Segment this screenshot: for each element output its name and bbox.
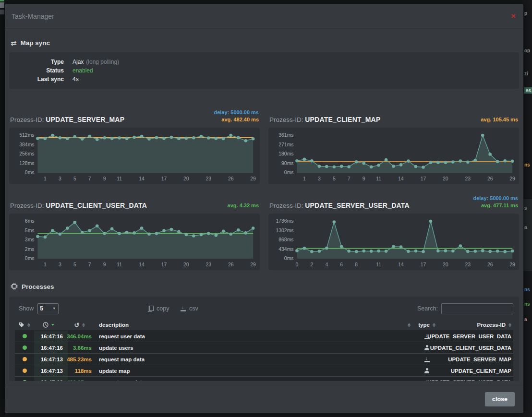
chart-x-tick-label: 20 [443, 262, 448, 267]
close-button[interactable]: close [485, 392, 515, 406]
duration-cell: 489.07ms [68, 377, 95, 381]
chart-area [37, 222, 253, 259]
description-text: request map data [99, 357, 145, 362]
chart-x-tick-label: 23 [206, 176, 212, 181]
chart-data-point [222, 229, 225, 233]
chart-area [297, 135, 512, 173]
chart-y-tick-label: 128ms [19, 161, 34, 166]
chart-x-tick-label: 7 [88, 176, 91, 181]
sort-icon[interactable] [82, 323, 85, 327]
column-header-process-id[interactable]: Prozess-ID [441, 320, 513, 330]
chart-y-tick-label: 90ms [281, 161, 293, 166]
chart-data-point [422, 166, 425, 169]
page-length-select[interactable]: 5 [37, 303, 59, 314]
chart-data-point [496, 250, 499, 253]
sort-icon[interactable] [433, 323, 435, 327]
chart-x-tick-label: 29 [509, 176, 515, 181]
copy-button[interactable]: copy [148, 305, 169, 312]
chart-x-tick-label: 20 [183, 176, 189, 181]
chart-x-tick-label: 1 [44, 176, 47, 181]
column-header-label: type [418, 322, 430, 328]
description-cell: request user data [95, 377, 412, 381]
close-icon[interactable]: × [511, 12, 516, 20]
chart-x-tick-label: 20 [443, 176, 448, 181]
sort-desc-icon[interactable] [51, 324, 54, 326]
chart-x-tick-label: 14 [398, 176, 404, 181]
download-icon [424, 380, 430, 381]
chart-data-point [362, 250, 365, 253]
search-input[interactable] [441, 303, 513, 314]
table-row: 16:47:13118msupdate mapUPDATE_CLIENT_MAP [15, 365, 513, 377]
sort-icon[interactable] [508, 323, 511, 327]
chart-x-tick-label: 1 [44, 262, 47, 267]
chart-x-tick-label: 26 [228, 176, 234, 181]
chart-x-tick-label: 26 [487, 262, 493, 267]
csv-button-label: csv [189, 305, 198, 312]
chart-data-point [451, 250, 455, 253]
chart-data-point [333, 165, 336, 168]
chart-data-point [303, 158, 306, 161]
map-sync-row-value: Ajax [73, 58, 84, 66]
chart-data-point [347, 165, 351, 168]
chart-block: Prozess-ID: UPDATE_CLIENT_MAPavg. 105.45… [268, 105, 519, 184]
time-cell: 16:47:16 [34, 342, 68, 353]
chart-data-point [503, 159, 507, 163]
chart-data-point [399, 163, 403, 167]
chart-data-point [147, 233, 151, 236]
duration-cell: 118ms [68, 365, 95, 376]
chart-data-point [110, 227, 114, 231]
chart-data-point [147, 137, 151, 141]
chart-data-point [503, 250, 507, 253]
chart-y-tick-label: 6ms [25, 218, 35, 224]
chart-data-point [36, 235, 39, 238]
sort-icon[interactable] [408, 323, 411, 327]
chart-header: Prozess-ID: UPDATE_SERVER_MAPdelay: 5000… [9, 105, 260, 123]
chart-x-tick-label: 23 [465, 176, 471, 181]
process-id-cell: UPDATE_SERVER_USER_DATA [441, 331, 513, 342]
map-sync-row-label: Last sync [16, 75, 64, 83]
chart-block: Prozess-ID: UPDATE_CLIENT_USER_DATAavg. … [9, 191, 260, 270]
modal-title: Task-Manager [12, 12, 54, 20]
chart-header: Prozess-ID: UPDATE_SERVER_USER_DATAdelay… [268, 191, 519, 209]
chart-data-point [407, 159, 410, 163]
modal-footer: close [5, 385, 523, 413]
chart-data-point [170, 228, 173, 231]
map-sync-row-note: (long polling) [86, 58, 119, 66]
download-icon [181, 306, 186, 311]
csv-button[interactable]: csv [181, 305, 198, 312]
status-dot [23, 346, 27, 350]
chart-data-point [81, 231, 84, 234]
chart-data-point [429, 220, 433, 223]
status-dot [23, 334, 27, 338]
chart-title-prefix: Prozess-ID: [269, 116, 305, 123]
chart-data-point [377, 164, 380, 167]
chart-delay-label: delay: 5000.00 ms [214, 109, 259, 116]
chart-y-tick-label: 434ms [278, 247, 293, 252]
chart-data-point [392, 245, 395, 249]
column-header-label: Prozess-ID [477, 322, 506, 328]
chart-x-tick-label: 3 [318, 176, 321, 181]
description-cell: update map [95, 365, 412, 376]
chart-data-point [325, 247, 328, 250]
chart-data-point [444, 249, 447, 252]
chart-title: Prozess-ID: UPDATE_SERVER_MAP [10, 116, 124, 123]
process-id-cell: UPDATE_SERVER_USER_DATA [441, 377, 513, 381]
chart-data-point [133, 231, 136, 235]
chart-data-point [66, 226, 69, 230]
column-header-time[interactable] [34, 320, 68, 330]
status-cell [15, 365, 34, 376]
time-cell: 16:47:16 [34, 331, 68, 342]
column-header-duration[interactable]: ↺ [68, 320, 95, 330]
column-header-description[interactable]: description [95, 320, 412, 330]
copy-button-label: copy [157, 305, 169, 312]
column-header-status[interactable] [15, 320, 34, 330]
sort-icon[interactable] [27, 323, 30, 327]
map-sync-row-value: 4s [73, 75, 79, 83]
chart-data-point [222, 137, 225, 141]
chart-avg-label: avg. 477.11 ms [473, 202, 518, 209]
table-controls: Show 5 ▼ copy csv Search: [15, 302, 513, 315]
underlay-text-fragment: ns [524, 162, 530, 167]
chart-data-point [252, 137, 255, 141]
chip-icon [11, 283, 18, 291]
column-header-type[interactable]: type [412, 320, 441, 330]
